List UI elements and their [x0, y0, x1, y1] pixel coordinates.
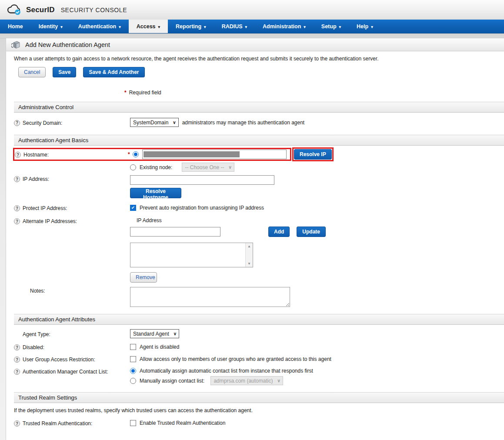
- hostname-input[interactable]: [142, 150, 287, 159]
- app-header: SecurID SECURITY CONSOLE: [0, 0, 504, 20]
- cloud-check-icon: [6, 4, 23, 16]
- chevron-down-icon: ▾: [158, 25, 160, 29]
- section-agent-basics: Authentication Agent Basics: [14, 135, 504, 146]
- agent-type-row: Agent Type: Standard Agent ∨: [14, 329, 504, 338]
- agent-type-label: Agent Type:: [23, 331, 50, 337]
- protect-ip-checkbox[interactable]: ✔: [130, 205, 136, 211]
- disabled-checkbox[interactable]: ✔: [130, 344, 136, 350]
- nav-tab-administration[interactable]: Administration▾: [255, 20, 314, 33]
- remove-button[interactable]: Remove: [130, 272, 157, 283]
- contact-list-auto-radio[interactable]: [130, 368, 136, 374]
- security-domain-row: ? Security Domain: SystemDomain ∨ admini…: [14, 118, 504, 127]
- security-domain-label: Security Domain:: [23, 120, 62, 126]
- disabled-text: Agent is disabled: [140, 344, 179, 350]
- contact-list-auto-text: Automatically assign automatic contact l…: [140, 368, 313, 374]
- notes-textarea[interactable]: [130, 287, 290, 307]
- resolve-ip-button[interactable]: Resolve IP: [294, 149, 332, 160]
- agent-icon: [11, 40, 21, 50]
- user-group-checkbox[interactable]: ✔: [130, 356, 136, 362]
- resolve-hostname-button[interactable]: Resolve Hostname: [130, 188, 181, 198]
- securid-logo: SecurID SECURITY CONSOLE: [6, 4, 127, 16]
- help-icon[interactable]: ?: [14, 218, 20, 224]
- scroll-up-icon[interactable]: ▲: [247, 244, 251, 248]
- alternate-ip-input[interactable]: [130, 227, 220, 237]
- chevron-down-icon: ▾: [304, 25, 306, 29]
- select-chevron-icon: ∨: [277, 378, 280, 383]
- scroll-down-icon[interactable]: ▼: [247, 262, 251, 266]
- trusted-realm-checkbox[interactable]: ✔: [130, 420, 136, 426]
- annotation-hostname-box: ? Hostname: *: [13, 148, 291, 161]
- help-icon[interactable]: ?: [14, 369, 20, 375]
- subnav-strip: [0, 33, 504, 38]
- nav-tab-access[interactable]: Access▾: [129, 20, 168, 33]
- help-icon[interactable]: ?: [14, 344, 20, 350]
- hostname-label: Hostname:: [23, 152, 49, 158]
- help-icon[interactable]: ?: [14, 205, 20, 211]
- hostname-radio[interactable]: [133, 151, 139, 157]
- required-field-note: *Required field: [124, 90, 504, 96]
- brand-name: SecurID: [26, 6, 55, 14]
- trusted-realm-description: If the deployment uses trusted realms, s…: [14, 407, 504, 413]
- help-icon[interactable]: ?: [15, 152, 21, 158]
- product-name: SECURITY CONSOLE: [61, 7, 127, 13]
- nav-tab-setup[interactable]: Setup▾: [314, 20, 349, 33]
- section-agent-attributes: Authentication Agent Attributes: [14, 314, 504, 325]
- notes-label: Notes:: [30, 288, 45, 294]
- disabled-row: ? Disabled: ✔ Agent is disabled: [14, 343, 504, 350]
- help-icon[interactable]: ?: [14, 120, 20, 126]
- help-icon[interactable]: ?: [14, 357, 20, 363]
- main-nav: Home Identity▾ Authentication▾ Access▾ R…: [0, 20, 504, 33]
- user-group-row: ? User Group Access Restriction: ✔ Allow…: [14, 356, 504, 363]
- security-domain-suffix: administrators may manage this authentic…: [182, 120, 305, 126]
- page-title-bar: Add New Authentication Agent: [6, 38, 504, 51]
- alternate-ip-row: ? Alternate IP Addresses: IP Address Add…: [14, 217, 504, 283]
- alternate-ip-label: Alternate IP Addresses:: [23, 218, 77, 224]
- protect-ip-row: ? Protect IP Address: ✔ Prevent auto reg…: [14, 204, 504, 211]
- existing-node-radio[interactable]: [130, 164, 136, 170]
- nav-tab-authentication[interactable]: Authentication▾: [70, 20, 129, 33]
- help-icon[interactable]: ?: [14, 176, 20, 182]
- add-button[interactable]: Add: [268, 227, 290, 237]
- contact-list-manual-radio[interactable]: [130, 378, 136, 384]
- chevron-down-icon: ▾: [245, 25, 247, 29]
- select-chevron-icon: ∨: [228, 165, 231, 170]
- page-left-edge: [0, 38, 6, 440]
- security-domain-select[interactable]: SystemDomain ∨: [130, 118, 179, 127]
- save-add-another-button[interactable]: Save & Add Another: [83, 67, 144, 77]
- help-icon[interactable]: ?: [14, 420, 20, 427]
- protect-ip-text: Prevent auto registration from unassigni…: [140, 205, 264, 211]
- protect-ip-label: Protect IP Address:: [23, 205, 67, 211]
- nav-tab-radius[interactable]: RADIUS▾: [214, 20, 255, 33]
- chevron-down-icon: ▾: [371, 25, 373, 29]
- annotation-resolve-ip-box: Resolve IP: [292, 147, 334, 161]
- hostname-row: ? Hostname: * Resolve IP: [13, 147, 504, 161]
- select-chevron-icon: ∨: [173, 120, 176, 125]
- existing-node-select: -- Choose One -- ∨: [182, 163, 234, 172]
- contact-list-label: Authentication Manager Contact List:: [23, 369, 108, 375]
- user-group-label: User Group Access Restriction:: [23, 357, 95, 363]
- select-chevron-icon: ∨: [174, 331, 177, 336]
- required-asterisk: *: [128, 151, 130, 157]
- alternate-ip-listbox[interactable]: ▲ ▼: [130, 243, 253, 267]
- contact-list-select: admprsa.com (automatic) ∨: [210, 376, 283, 385]
- listbox-scrollbar[interactable]: ▲ ▼: [245, 243, 253, 267]
- nav-tab-help[interactable]: Help▾: [349, 20, 381, 33]
- chevron-down-icon: ▾: [60, 25, 63, 29]
- trusted-realm-row: ? Trusted Realm Authentication: ✔ Enable…: [14, 420, 504, 427]
- ip-address-input[interactable]: [130, 175, 274, 185]
- chevron-down-icon: ▾: [204, 25, 206, 29]
- save-button[interactable]: Save: [53, 67, 76, 77]
- ip-address-label: IP Address:: [23, 176, 49, 182]
- required-asterisk: *: [124, 90, 127, 96]
- section-administrative-control: Administrative Control: [14, 102, 504, 113]
- chevron-down-icon: ▾: [339, 25, 341, 29]
- chevron-down-icon: ▾: [119, 25, 121, 29]
- nav-tab-identity[interactable]: Identity▾: [31, 20, 70, 33]
- contact-list-row: ? Authentication Manager Contact List: A…: [14, 368, 504, 385]
- nav-tab-reporting[interactable]: Reporting▾: [168, 20, 214, 33]
- redacted-hostname-value: [144, 151, 240, 157]
- nav-tab-home[interactable]: Home: [0, 20, 31, 33]
- cancel-button[interactable]: Cancel: [18, 67, 46, 77]
- update-button[interactable]: Update: [297, 227, 326, 237]
- agent-type-select[interactable]: Standard Agent ∨: [130, 329, 179, 338]
